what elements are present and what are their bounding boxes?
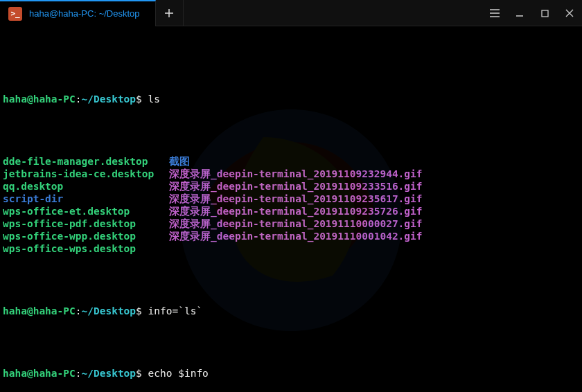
- window-controls: [482, 0, 582, 26]
- ls-row: script-dir深度录屏_deepin-terminal_201911092…: [3, 193, 579, 205]
- ls-row: wps-office-wps.desktop: [3, 242, 579, 255]
- ls-entry: jetbrains-idea-ce.desktop: [3, 168, 169, 180]
- ls-row: qq.desktop深度录屏_deepin-terminal_201911092…: [3, 180, 579, 193]
- titlebar: >_ haha@haha-PC: ~/Desktop: [0, 0, 582, 26]
- ls-entry: wps-office-et.desktop: [3, 205, 169, 217]
- tab-title: haha@haha-PC: ~/Desktop: [29, 8, 147, 19]
- minimize-button[interactable]: [507, 0, 532, 26]
- prompt-line: haha@haha-PC:~/Desktop$ echo $info: [3, 367, 579, 380]
- ls-entry: 深度录屏_deepin-terminal_20191110001042.gif: [169, 230, 423, 242]
- command-text: info=`ls`: [148, 305, 203, 317]
- prompt-line: haha@haha-PC:~/Desktop$ info=`ls`: [3, 305, 579, 317]
- ls-entry: wps-office-pdf.desktop: [3, 217, 169, 230]
- prompt-user-host: haha@haha-PC: [3, 93, 76, 105]
- new-tab-button[interactable]: [156, 0, 184, 26]
- close-button[interactable]: [557, 0, 582, 26]
- terminal-icon: >_: [8, 7, 22, 21]
- ls-row: wps-office-et.desktop深度录屏_deepin-termina…: [3, 205, 579, 217]
- ls-entry: wps-office-wpp.desktop: [3, 230, 169, 242]
- ls-entry: qq.desktop: [3, 180, 169, 193]
- ls-entry: 深度录屏_deepin-terminal_20191109235617.gif: [169, 193, 423, 205]
- terminal-area[interactable]: haha@haha-PC:~/Desktop$ ls dde-file-mana…: [0, 26, 582, 392]
- menu-button[interactable]: [482, 0, 507, 26]
- ls-row: wps-office-pdf.desktop深度录屏_deepin-termin…: [3, 217, 579, 230]
- prompt-cwd: ~/Desktop: [82, 93, 136, 105]
- ls-entry: 截图: [169, 155, 190, 168]
- svg-rect-0: [542, 10, 548, 17]
- command-text: echo $info: [148, 368, 209, 379]
- ls-output: dde-file-manager.desktop截图jetbrains-idea…: [3, 155, 579, 255]
- ls-entry: script-dir: [3, 193, 169, 205]
- ls-row: wps-office-wpp.desktop深度录屏_deepin-termin…: [3, 230, 579, 242]
- ls-entry: 深度录屏_deepin-terminal_20191109233516.gif: [169, 180, 423, 193]
- terminal-tab[interactable]: >_ haha@haha-PC: ~/Desktop: [0, 0, 156, 26]
- prompt-line: haha@haha-PC:~/Desktop$ ls: [3, 93, 579, 105]
- ls-entry: wps-office-wps.desktop: [3, 242, 169, 255]
- ls-row: dde-file-manager.desktop截图: [3, 155, 579, 168]
- ls-entry: 深度录屏_deepin-terminal_20191109232944.gif: [169, 168, 423, 180]
- command-text: ls: [148, 93, 160, 105]
- maximize-button[interactable]: [532, 0, 557, 26]
- ls-entry: dde-file-manager.desktop: [3, 155, 169, 168]
- ls-row: jetbrains-idea-ce.desktop深度录屏_deepin-ter…: [3, 168, 579, 180]
- ls-entry: 深度录屏_deepin-terminal_20191109235726.gif: [169, 205, 423, 217]
- ls-entry: 深度录屏_deepin-terminal_20191110000027.gif: [169, 217, 423, 230]
